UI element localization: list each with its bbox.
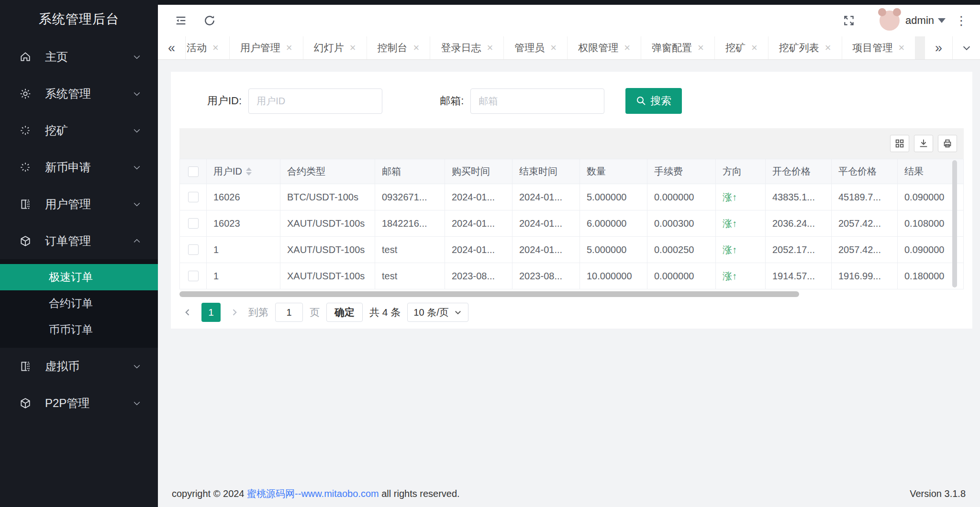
tab-弹窗配置[interactable]: 弹窗配置× (641, 36, 715, 59)
footer: copyright © 2024 蜜桃源码网--www.mitaobo.com … (158, 487, 980, 500)
tab-项目管理[interactable]: 项目管理× (842, 36, 916, 59)
row-checkbox[interactable] (188, 218, 199, 229)
table-cell: XAUT/USDT-100s (280, 263, 375, 289)
chevron-down-icon (454, 308, 462, 317)
table-vertical-scrollbar[interactable] (952, 160, 957, 287)
footer-link[interactable]: 蜜桃源码网--www.mitaobo.com (247, 488, 379, 499)
tab-挖矿[interactable]: 挖矿× (715, 36, 768, 59)
sidebar-item-label: 系统管理 (45, 86, 132, 101)
more-menu-icon[interactable]: ⋮ (955, 14, 968, 27)
sidebar-subitem-币币订单[interactable]: 币币订单 (0, 317, 158, 343)
print-button[interactable] (938, 135, 957, 152)
download-icon (918, 138, 929, 149)
goto-page-input[interactable] (275, 303, 303, 322)
tab-close-icon[interactable]: × (899, 43, 905, 53)
tab-活动[interactable]: 活动× (186, 36, 230, 59)
refresh-icon[interactable] (199, 10, 220, 31)
next-page-icon[interactable] (227, 308, 242, 317)
sidebar-item-虚拟币[interactable]: 虚拟币 (0, 348, 158, 385)
table-cell: 1916.99... (832, 263, 898, 289)
row-checkbox[interactable] (188, 192, 199, 202)
column-header-用户ID[interactable]: 用户ID (207, 159, 280, 184)
sidebar-fold-icon[interactable] (170, 10, 191, 31)
table-cell: 0.000000 (647, 263, 716, 289)
fullscreen-icon[interactable] (838, 10, 859, 31)
sidebar-item-新币申请[interactable]: 新币申请 (0, 149, 158, 186)
table-cell: XAUT/USDT-100s (280, 210, 375, 237)
sidebar-item-label: 挖矿 (45, 123, 132, 138)
table-cell: 2024-01... (512, 184, 580, 210)
submenu-订单管理: 极速订单合约订单币币订单 (0, 259, 158, 348)
sidebar-item-P2P管理[interactable]: P2P管理 (0, 385, 158, 421)
tab-close-icon[interactable]: × (413, 43, 420, 53)
sidebar-item-label: 主页 (45, 49, 132, 65)
tab-close-icon[interactable]: × (487, 43, 493, 53)
chevron-up-icon (132, 236, 142, 246)
select-all-checkbox[interactable] (188, 166, 199, 177)
tab-幻灯片[interactable]: 幻灯片× (303, 36, 367, 59)
tabs-scroll-left-icon[interactable]: « (158, 36, 186, 59)
user-id-input[interactable] (248, 88, 382, 114)
tab-close-icon[interactable]: × (825, 43, 831, 53)
email-input[interactable] (470, 88, 604, 114)
tab-close-icon[interactable]: × (350, 43, 356, 53)
chevron-down-icon (132, 398, 142, 408)
sidebar-item-系统管理[interactable]: 系统管理 (0, 75, 158, 112)
sidebar-item-订单管理[interactable]: 订单管理 (0, 222, 158, 259)
tab-挖矿列表[interactable]: 挖矿列表× (768, 36, 842, 59)
tabs-scroll-right-icon[interactable]: » (924, 36, 952, 59)
tab-close-icon[interactable]: × (624, 43, 630, 53)
table-cell: 1842216... (375, 210, 445, 237)
tab-用户管理[interactable]: 用户管理× (230, 36, 303, 59)
table-cell: 45189.7... (832, 184, 898, 210)
tabs-dropdown-icon[interactable] (952, 36, 980, 59)
table-toolbar (179, 128, 964, 159)
username[interactable]: admin (905, 14, 934, 27)
gear-icon (18, 87, 33, 101)
sidebar-subitem-合约订单[interactable]: 合约订单 (0, 290, 158, 317)
tab-close-icon[interactable]: × (286, 43, 292, 53)
goto-confirm-button[interactable]: 确定 (326, 303, 363, 322)
table-cell: 0932671... (375, 184, 445, 210)
prev-page-icon[interactable] (180, 308, 195, 317)
tab-权限管理[interactable]: 权限管理× (568, 36, 641, 59)
pagination: 1 到第 页 确定 共 4 条 10 条/页 (179, 303, 964, 322)
export-button[interactable] (914, 135, 933, 152)
tab-登录日志[interactable]: 登录日志× (430, 36, 504, 59)
table-cell: 涨↑ (716, 263, 766, 289)
tab-管理员[interactable]: 管理员× (504, 36, 568, 59)
current-page-button[interactable]: 1 (201, 303, 221, 322)
row-checkbox[interactable] (188, 271, 199, 281)
tab-close-icon[interactable]: × (751, 43, 757, 53)
user-menu-caret-icon[interactable] (938, 18, 946, 23)
page-size-select[interactable]: 10 条/页 (407, 303, 468, 322)
sidebar-item-主页[interactable]: 主页 (0, 38, 158, 75)
table-cell: 16023 (207, 210, 280, 237)
spark-icon (18, 123, 33, 138)
tab-close-icon[interactable]: × (550, 43, 557, 53)
sidebar-item-用户管理[interactable]: 用户管理 (0, 186, 158, 222)
tab-极速订单[interactable]: 极速订单× (915, 36, 924, 59)
table-cell: 2024-01... (512, 210, 580, 237)
table-cell: 1914.57... (766, 263, 832, 289)
sidebar-subitem-极速订单[interactable]: 极速订单 (0, 264, 158, 290)
table-cell: 10.000000 (580, 263, 647, 289)
table-cell: 2023-08... (512, 263, 580, 289)
tab-close-icon[interactable]: × (212, 43, 219, 53)
user-avatar[interactable] (880, 11, 900, 31)
h-scrollbar-thumb[interactable] (179, 291, 799, 297)
column-settings-button[interactable] (890, 135, 909, 152)
sort-icon[interactable] (246, 167, 252, 176)
row-checkbox[interactable] (188, 244, 199, 255)
table-cell: 43835.1... (766, 184, 832, 210)
search-button[interactable]: 搜索 (625, 88, 682, 114)
tab-控制台[interactable]: 控制台× (367, 36, 431, 59)
table-cell: 2024-01... (445, 184, 512, 210)
tab-close-icon[interactable]: × (698, 43, 704, 53)
sidebar-item-挖矿[interactable]: 挖矿 (0, 112, 158, 149)
app-title: 系统管理后台 (0, 0, 158, 38)
copyright-text: copyright © 2024 蜜桃源码网--www.mitaobo.com … (172, 487, 460, 500)
table-cell: test (375, 263, 445, 289)
table-cell: 0.000250 (647, 237, 716, 263)
orders-card: 用户ID: 邮箱: 搜索 (171, 72, 972, 329)
